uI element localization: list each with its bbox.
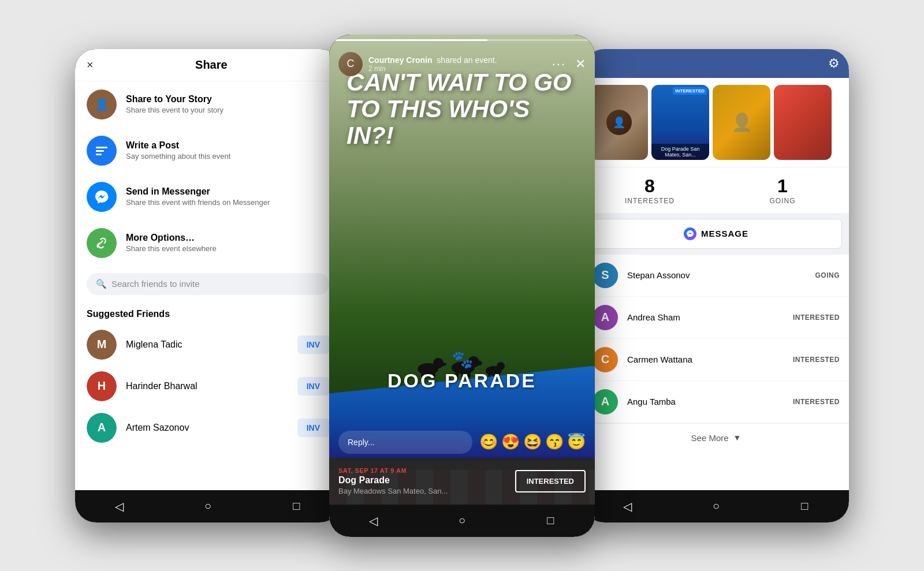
attendee-status-3: INTERESTED <box>793 398 840 406</box>
search-friends-input[interactable]: 🔍 Search friends to invite <box>87 273 329 295</box>
story-time: 2 min <box>368 65 497 73</box>
story-user-name: Courtney Cronin shared an event. <box>368 55 497 65</box>
story-thumb-1-label: Dog Parade San Mateo, San... <box>651 144 709 160</box>
recent-button-left[interactable]: □ <box>285 495 308 518</box>
parade-paw-icon: 🐾 <box>452 349 473 370</box>
story-more-button[interactable]: ··· <box>552 57 566 72</box>
recent-button-center[interactable]: □ <box>539 509 562 532</box>
messenger-icon <box>87 182 117 212</box>
attendee-status-1: INTERESTED <box>793 314 840 322</box>
chevron-down-icon: ▼ <box>733 433 742 442</box>
message-button-label: MESSAGE <box>701 229 748 238</box>
share-option-post-desc: Say something about this event <box>126 152 230 161</box>
invite-button-0[interactable]: INV <box>297 335 329 354</box>
reply-input[interactable]: Reply... <box>338 431 472 454</box>
attendee-row-3[interactable]: A Angu Tamba INTERESTED <box>583 381 849 423</box>
emoji-5[interactable]: 😇 <box>567 433 586 451</box>
story-progress-fill <box>334 39 487 41</box>
svg-rect-2 <box>96 154 102 155</box>
friend-name-0: Miglena Tadic <box>126 339 297 350</box>
emoji-1[interactable]: 😊 <box>479 433 498 451</box>
stat-label-going: GOING <box>769 197 795 205</box>
attendee-row-1[interactable]: A Andrea Sham INTERESTED <box>583 297 849 339</box>
share-option-messenger[interactable]: Send in Messenger Share this event with … <box>75 174 341 220</box>
share-header: × Share <box>75 49 341 81</box>
emoji-4[interactable]: 😙 <box>545 433 564 451</box>
attendee-avatar-circle-2: C <box>593 347 618 372</box>
story-thumb-2[interactable]: 👤 <box>713 85 770 160</box>
story-thumb-1-badge: INTERESTED <box>673 87 707 95</box>
see-more-text: See More <box>691 433 729 443</box>
story-shared-text: shared an event. <box>437 55 497 65</box>
friend-avatar-0: M <box>87 330 117 360</box>
share-option-post-text: Write a Post Say something about this ev… <box>126 140 230 161</box>
friend-item-1[interactable]: H Harinder Bharwal INV <box>75 365 341 407</box>
stat-label-interested: INTERESTED <box>625 197 675 205</box>
share-option-messenger-title: Send in Messenger <box>126 186 270 197</box>
attendee-avatar-0: S <box>593 263 618 288</box>
emoji-2[interactable]: 😍 <box>501 433 520 451</box>
home-button-center[interactable]: ○ <box>450 509 474 532</box>
share-option-post[interactable]: Write a Post Say something about this ev… <box>75 128 341 174</box>
friend-avatar-2: A <box>87 413 117 443</box>
friend-item-0[interactable]: M Miglena Tadic INV <box>75 324 341 365</box>
story-thumb-0-avatar: 👤 <box>606 110 632 135</box>
friend-name-2: Artem Sazonov <box>126 423 297 433</box>
settings-icon[interactable]: ⚙ <box>828 56 840 71</box>
back-button-right[interactable]: ◁ <box>616 495 639 518</box>
friend-item-2[interactable]: A Artem Sazonov INV <box>75 407 341 449</box>
story-thumb-2-content: 👤 <box>713 85 770 160</box>
event-card-info: SAT, SEP 17 AT 9 AM Dog Parade Bay Meado… <box>338 467 515 495</box>
story-header: C Courtney Cronin shared an event. 2 min… <box>329 45 595 83</box>
share-option-story-text: Share to Your Story Share this event to … <box>126 94 223 114</box>
back-button-center[interactable]: ◁ <box>362 509 385 532</box>
story-thumb-1[interactable]: INTERESTED Dog Parade San Mateo, San... <box>651 85 709 160</box>
story-thumb-0-content: 👤 <box>590 85 648 160</box>
post-icon <box>87 136 117 166</box>
share-option-story[interactable]: 👤 Share to Your Story Share this event t… <box>75 81 341 128</box>
share-close-button[interactable]: × <box>87 58 94 72</box>
recent-button-right[interactable]: □ <box>793 495 816 518</box>
story-username-text: Courtney Cronin <box>368 55 432 65</box>
home-button-right[interactable]: ○ <box>705 495 728 518</box>
share-option-story-desc: Share this event to your story <box>126 106 223 114</box>
invite-button-1[interactable]: INV <box>297 377 329 395</box>
phones-container: × Share 👤 Share to Your Story Share this… <box>75 35 849 537</box>
event-name: Dog Parade <box>338 475 515 486</box>
story-thumb-0[interactable]: 👤 <box>590 85 648 160</box>
attendee-row-2[interactable]: C Carmen Wattana INTERESTED <box>583 339 849 381</box>
event-location: Bay Meadows San Mateo, San... <box>338 487 515 495</box>
attendee-status-0: GOING <box>815 271 840 279</box>
event-stories-row: 👤 INTERESTED Dog Parade San Mateo, San..… <box>583 78 849 167</box>
attendee-avatar-2: C <box>593 347 618 372</box>
emoji-3[interactable]: 😆 <box>523 433 542 451</box>
phone-center-screen: C Courtney Cronin shared an event. 2 min… <box>329 35 595 537</box>
attendee-avatar-1: A <box>593 305 618 330</box>
attendee-name-1: Andrea Sham <box>627 312 793 322</box>
parade-title-area: 🐾 DOG PARADE <box>329 349 595 392</box>
friend-avatar-circle-1: H <box>87 371 117 401</box>
share-option-more-title: More Options… <box>126 233 217 243</box>
event-stats: 8 INTERESTED 1 GOING <box>583 167 849 213</box>
bottom-nav-center: ◁ ○ □ <box>329 505 595 537</box>
home-button-left[interactable]: ○ <box>196 495 219 518</box>
link-svg-icon <box>94 236 109 251</box>
back-button-left[interactable]: ◁ <box>108 495 131 518</box>
message-button[interactable]: MESSAGE <box>590 219 842 249</box>
story-thumb-3[interactable] <box>774 85 832 160</box>
story-screen: C Courtney Cronin shared an event. 2 min… <box>329 35 595 505</box>
share-option-more[interactable]: More Options… Share this event elsewhere <box>75 220 341 266</box>
attendee-name-3: Angu Tamba <box>627 397 793 406</box>
invite-button-2[interactable]: INV <box>297 419 329 437</box>
search-placeholder-text: Search friends to invite <box>111 279 200 289</box>
attendee-row-0[interactable]: S Stepan Assonov GOING <box>583 255 849 297</box>
attendee-avatar-circle-3: A <box>593 389 618 415</box>
suggested-friends-label: Suggested Friends <box>75 302 341 324</box>
interested-button[interactable]: INTERESTED <box>515 470 586 492</box>
story-close-button[interactable]: ✕ <box>575 57 586 72</box>
share-option-more-desc: Share this event elsewhere <box>126 244 217 253</box>
stat-number-interested: 8 <box>644 176 655 197</box>
attendee-avatar-circle-0: S <box>593 263 618 288</box>
see-more-row[interactable]: See More ▼ <box>583 423 849 452</box>
post-svg-icon <box>94 143 109 158</box>
